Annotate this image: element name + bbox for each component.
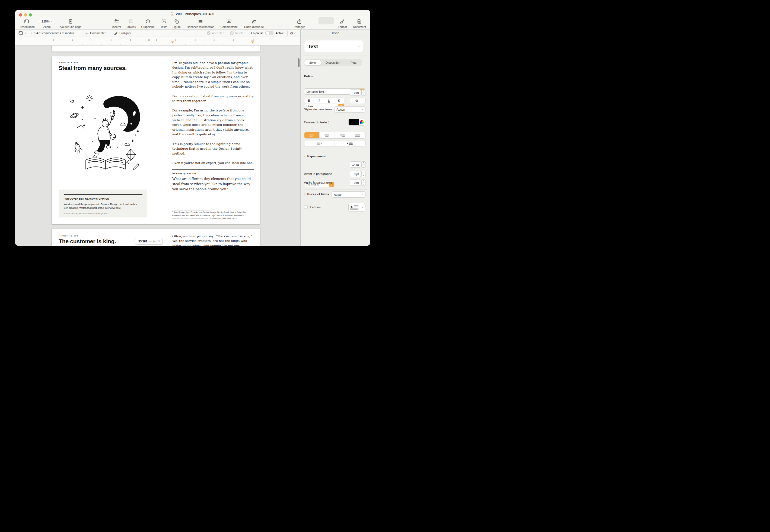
toolbar-item-media[interactable]: Données multimédias [184,18,217,28]
char-styles-value: Aucun [337,108,345,111]
highlighter-icon [114,31,118,35]
line-spacing-stepper[interactable] [361,161,365,168]
word-count-stepper-icon[interactable] [158,240,159,242]
font-size-stepper[interactable] [361,89,365,96]
align-justify-button[interactable] [350,132,365,138]
before-paragraph-stepper[interactable] [361,171,365,177]
comments-summary[interactable]: 1'479 commentaires et modific... [34,30,77,37]
review-bar: 1'479 commentaires et modific... Comment… [15,30,300,37]
updown-icon [328,121,329,124]
reject-label: Rejeter [235,31,244,35]
toolbar-item-writing-tools[interactable]: Outils d'écriture [238,18,270,28]
disclosure-chevron-icon [304,155,305,157]
text-style-buttons: B I U S [304,98,344,104]
zoom-dropdown[interactable]: 125% [39,19,55,24]
font-section-label: Police [304,75,313,78]
font-style-value: Livre [306,105,313,108]
page-304-text[interactable]: Often, we hear people say: “The customer… [172,234,254,246]
paragraph[interactable]: This is pretty similar to the lightning … [172,142,254,156]
char-styles-dropdown[interactable]: Aucun [334,106,365,113]
tab-style[interactable]: Style [304,60,321,65]
paragraph[interactable]: Even if you're not an expert, you can st… [172,161,254,166]
dropcap-label: Lettrine [310,206,321,209]
color-wheel-icon [360,120,364,124]
text-color-well[interactable] [348,119,365,126]
bullets-dropdown[interactable]: Aucun [331,191,365,198]
divider [304,118,367,118]
principle-304-eyebrow[interactable]: PRINCIPLE 304 [59,235,78,237]
divider [304,151,367,151]
strikethrough-button[interactable]: S [334,98,344,104]
tab-stop-marker[interactable] [171,41,174,44]
bold-button[interactable]: B [304,98,314,104]
footnote-link[interactable]: https://extra.swissinnovation.academy/CT… [172,217,212,220]
accept-check-icon [207,31,210,35]
toolbar-item-add-page[interactable]: Ajouter une page [54,18,87,28]
review-options-button[interactable]: ⚙ [290,30,295,37]
vertical-scrollbar[interactable] [298,58,299,67]
underline-button[interactable]: U [324,98,334,104]
tab-plus[interactable]: Plus [345,60,362,65]
before-paragraph-label: Avant le paragraphe [304,172,332,175]
body-text[interactable]: I'm 16 years old, and have a passion for… [172,61,254,166]
paragraph[interactable]: For one creation, I steal from many sour… [172,94,254,104]
paragraph-style-selector[interactable]: Text [304,40,363,52]
page-previous[interactable] [52,46,260,52]
align-center-button[interactable] [319,132,334,138]
increase-indent-button[interactable] [334,140,365,146]
writing-tools-icon [238,18,270,25]
align-left-button[interactable] [304,132,319,138]
reject-change-button[interactable]: Rejeter [230,30,244,37]
ruler-tick: 6 [110,39,111,41]
tab-stop-marker[interactable] [251,41,254,44]
reject-x-icon [230,31,234,35]
discover-opinion-box[interactable]: › DISCOVER BEN REASON'S OPINION We discu… [59,190,147,217]
chevron-down-icon [362,108,363,110]
next-comment-button[interactable] [30,30,31,37]
discover-link[interactable]: » https://extra.swissinnovation.academy/… [64,212,108,215]
toolbar-item-share[interactable]: Partager [283,18,315,28]
align-right-button[interactable] [334,132,350,138]
principle-303-title[interactable]: Steal from many sources. [59,65,127,71]
bullets-section-header[interactable]: Puces et listes [304,193,329,196]
prev-comment-button[interactable] [25,30,27,37]
chevron-down-icon [357,45,359,47]
ruler-tick: 2 [175,39,176,41]
font-size-field[interactable]: 9 pt [350,89,361,96]
sidebar-header: Texte [300,30,370,37]
color-wheel-button[interactable] [359,119,365,125]
principle-303-eyebrow[interactable]: PRINCIPLE 303 [59,61,78,64]
active-label: Activé [276,30,284,37]
before-paragraph-field[interactable]: 0 pt [350,171,361,177]
footnote[interactable]: ⁶ Jake Knapp, John Zeratsky and Braden K… [172,211,254,220]
accept-change-button[interactable]: Accepter [207,30,223,37]
current-color-swatch[interactable] [348,119,359,125]
action-question-label[interactable]: ACTION QUESTION [172,172,254,175]
footnote-text: accessed 20 October 2022. [212,217,237,220]
after-paragraph-stepper[interactable] [361,180,365,186]
word-count-unit: mots [149,240,155,243]
principle-304-title[interactable]: The customer is king. [59,238,116,245]
decrease-indent-button[interactable] [304,140,335,146]
action-question-text[interactable]: What are different tiny elements that yo… [172,177,254,192]
add-comment-button[interactable]: Commenter [85,30,105,37]
spacing-section-header[interactable]: Espacement [304,155,326,158]
dropcap-checkbox[interactable] [304,205,308,209]
line-spacing-field[interactable]: 14 pt [350,161,361,168]
tracking-toggle[interactable] [265,30,273,37]
comments-panel-toggle[interactable] [18,30,23,37]
paragraph[interactable]: I'm 16 years old, and have a passion for… [172,61,254,89]
page-principle-303: PRINCIPLE 303 Steal from many sources. [52,56,260,224]
italic-button[interactable]: I [314,98,324,104]
toolbar-item-document[interactable]: Document [343,18,370,28]
tab-disposition[interactable]: Disposition [321,60,345,65]
discover-rule [64,194,142,195]
word-count-control[interactable]: 33'381 mots [135,238,163,245]
illustration-steal-sources[interactable] [67,92,148,177]
highlight-button[interactable]: Surligner [114,30,131,37]
after-paragraph-field[interactable]: 0 pt [350,180,361,186]
dropcap-style-button[interactable]: A [348,203,365,211]
highlight-button-label: Surligner [119,31,131,35]
paragraph[interactable]: For example, I'm using the typeface from… [172,108,254,137]
advanced-text-options-button[interactable]: ⚙ [350,98,365,104]
